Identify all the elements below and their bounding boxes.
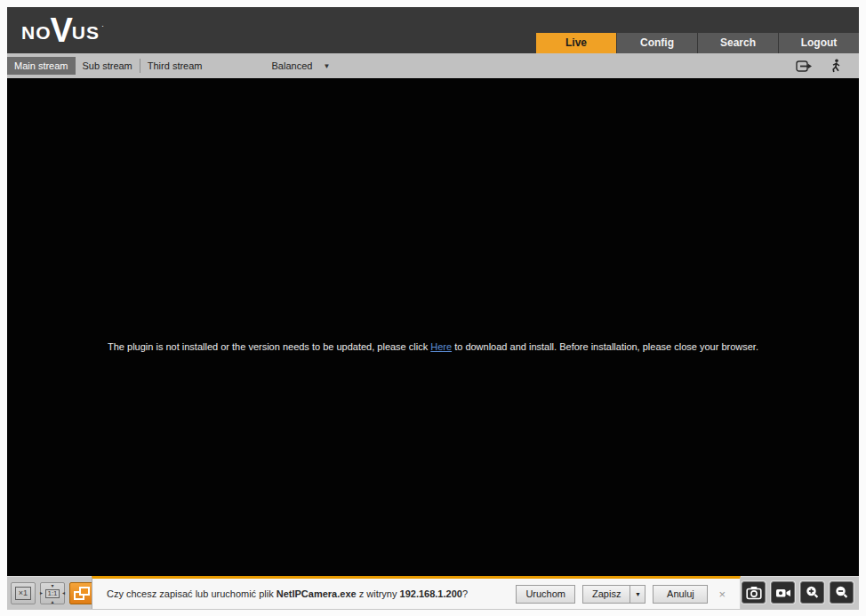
zoom-in-icon[interactable] — [800, 581, 824, 604]
download-notification-bar: Czy chcesz zapisać lub uruchomić plik Ne… — [92, 576, 741, 609]
quality-dropdown[interactable]: Balanced ▼ — [272, 60, 331, 71]
download-message: Czy chcesz zapisać lub uruchomić plik Ne… — [107, 588, 468, 599]
zoom-out-icon[interactable] — [830, 581, 854, 604]
plugin-message-text: to download and install. Before installa… — [452, 341, 758, 352]
view-scale-controls: ×1 ▾ ▸ 1:1 ◂ ▴ — [11, 582, 94, 604]
quality-dropdown-value: Balanced — [272, 60, 313, 71]
stream-tab-sub[interactable]: Sub stream — [76, 57, 140, 75]
logo-text: US — [72, 23, 100, 42]
stream-tab-main[interactable]: Main stream — [7, 57, 76, 75]
tab-logout[interactable]: Logout — [779, 33, 859, 53]
record-video-icon[interactable] — [771, 581, 795, 604]
save-options-chevron-icon[interactable]: ▼ — [629, 585, 645, 604]
download-actions: Uruchom Zapisz ▼ Anuluj × — [516, 585, 734, 604]
bottom-control-bar: ×1 ▾ ▸ 1:1 ◂ ▴ Czy chcesz zapisać lub ur… — [7, 576, 859, 610]
plugin-download-link[interactable]: Here — [430, 341, 452, 352]
save-button[interactable]: Zapisz — [582, 585, 629, 604]
fit-window-icon[interactable] — [69, 582, 94, 604]
snapshot-camera-icon[interactable] — [742, 581, 766, 604]
logo-registered-mark: · — [101, 22, 104, 30]
logo-text-v: V — [51, 13, 73, 47]
chevron-down-icon: ▼ — [323, 62, 330, 70]
cancel-button[interactable]: Anuluj — [653, 585, 708, 604]
capture-zoom-controls — [742, 581, 854, 604]
plugin-message-text: The plugin is not installed or the versi… — [108, 341, 430, 352]
save-split-button: Zapisz ▼ — [582, 585, 645, 604]
plugin-warning-message: The plugin is not installed or the versi… — [7, 341, 859, 352]
main-nav-tabs: Live Config Search Logout — [535, 33, 859, 53]
logo-text: NO — [21, 23, 52, 42]
motion-walk-icon[interactable] — [827, 58, 845, 74]
download-file-name: NetIPCamera.exe — [277, 588, 357, 599]
tab-live[interactable]: Live — [536, 33, 616, 53]
camera-web-panel: NOVUS· Live Config Search Logout Main st… — [7, 7, 859, 610]
scale-x1-icon[interactable]: ×1 — [11, 582, 36, 604]
stream-toolbar: Main stream Sub stream Third stream Bala… — [7, 53, 859, 78]
download-site-address: 192.168.1.200 — [400, 588, 462, 599]
stream-tab-third[interactable]: Third stream — [140, 57, 210, 75]
original-size-icon[interactable]: ▾ ▸ 1:1 ◂ ▴ — [40, 582, 65, 604]
header: NOVUS· Live Config Search Logout — [7, 7, 859, 53]
tab-config[interactable]: Config — [617, 33, 697, 53]
tab-search[interactable]: Search — [698, 33, 778, 53]
live-video-area: The plugin is not installed or the versi… — [7, 78, 859, 576]
novus-logo: NOVUS· — [21, 11, 102, 44]
run-button[interactable]: Uruchom — [516, 585, 575, 604]
alarm-output-icon[interactable] — [795, 58, 813, 74]
close-icon[interactable]: × — [718, 588, 726, 601]
toolbar-status-icons — [795, 58, 845, 74]
